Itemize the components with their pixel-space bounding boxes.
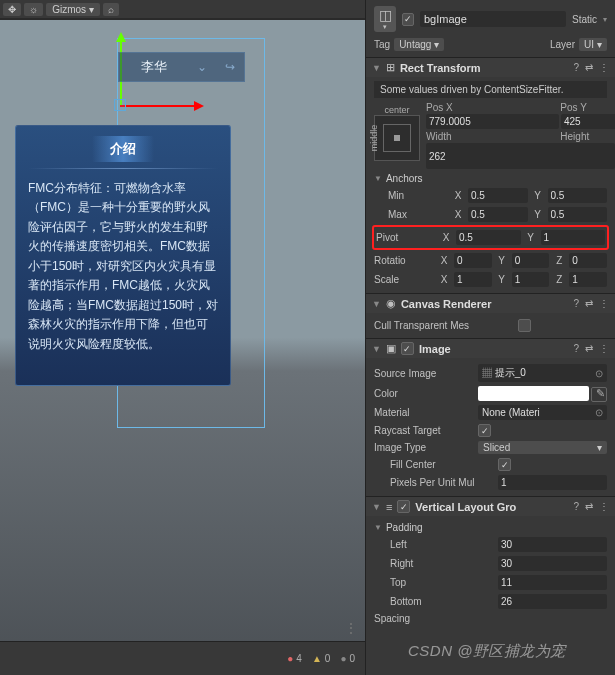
menu-icon[interactable]: ⋮ — [599, 343, 609, 354]
x-axis-handle[interactable] — [120, 105, 196, 107]
foldout-arrow-icon[interactable]: ▼ — [372, 299, 381, 309]
posy-label: Pos Y — [560, 102, 615, 114]
info-card: 介绍 FMC分布特征：可燃物含水率（FMC）是一种十分重要的野火风险评估因子，它… — [15, 125, 231, 386]
posy-input[interactable] — [561, 114, 615, 129]
player-name-text: 李华 — [119, 58, 188, 76]
raycast-target-label: Raycast Target — [374, 425, 474, 436]
raycast-target-checkbox[interactable] — [478, 424, 491, 437]
light-toggle-icon[interactable]: ☼ — [24, 3, 43, 16]
preset-icon[interactable]: ⇄ — [585, 62, 593, 73]
component-title: Vertical Layout Gro — [415, 501, 568, 513]
vlg-enabled-checkbox[interactable] — [397, 500, 410, 513]
padding-right-label: Right — [374, 558, 494, 569]
anchor-preset-button[interactable]: center middle — [374, 115, 420, 161]
padding-bottom-input[interactable] — [498, 594, 607, 609]
padding-foldout[interactable]: ▼Padding — [374, 520, 607, 535]
posx-input[interactable] — [426, 114, 559, 129]
object-picker-icon[interactable]: ⊙ — [595, 368, 603, 379]
cull-transparent-checkbox[interactable] — [518, 319, 531, 332]
preset-icon[interactable]: ⇄ — [585, 343, 593, 354]
tag-dropdown[interactable]: Untagg▾ — [394, 38, 444, 51]
color-label: Color — [374, 388, 474, 399]
image-component: ▼ ▣ Image ?⇄⋮ Source Image ▦ 提示_0⊙ Color… — [366, 338, 615, 496]
padding-right-input[interactable] — [498, 556, 607, 571]
layer-dropdown[interactable]: UI▾ — [579, 38, 607, 51]
image-enabled-checkbox[interactable] — [401, 342, 414, 355]
preset-icon[interactable]: ⇄ — [585, 298, 593, 309]
panel-drag-handle-icon[interactable]: ⋮ — [344, 620, 358, 636]
fill-center-label: Fill Center — [374, 459, 494, 470]
search-icon[interactable]: ⌕ — [103, 3, 119, 16]
active-checkbox[interactable] — [402, 13, 414, 26]
source-image-field[interactable]: ▦ 提示_0⊙ — [478, 364, 607, 382]
ppu-input[interactable] — [498, 475, 607, 490]
scale-y-input[interactable] — [512, 272, 550, 287]
anchor-max-y-input[interactable] — [548, 207, 608, 222]
menu-icon[interactable]: ⋮ — [599, 62, 609, 73]
material-label: Material — [374, 407, 474, 418]
padding-left-label: Left — [374, 539, 494, 550]
watermark-text: CSDN @野区捕龙为宠 — [408, 642, 566, 661]
preset-icon[interactable]: ⇄ — [585, 501, 593, 512]
scene-viewport: ✥ ☼ Gizmos▾ ⌕ 李华 ⌄ ↪ 介绍 FMC分布特征：可燃物含水率（F… — [0, 0, 365, 675]
canvas-renderer-icon: ◉ — [386, 297, 396, 310]
rotation-x-input[interactable] — [454, 253, 492, 268]
foldout-arrow-icon[interactable]: ▼ — [372, 63, 381, 73]
width-label: Width — [426, 131, 560, 143]
help-icon[interactable]: ? — [573, 298, 579, 309]
console-status-bar: ●4 ▲0 ●0 — [0, 641, 365, 675]
material-field[interactable]: None (Materi⊙ — [478, 405, 607, 420]
padding-bottom-label: Bottom — [374, 596, 494, 607]
image-icon: ▣ — [386, 342, 396, 355]
help-icon[interactable]: ? — [573, 501, 579, 512]
error-count[interactable]: ●4 — [287, 653, 302, 664]
static-dropdown-icon[interactable]: ▾ — [603, 15, 607, 24]
padding-left-input[interactable] — [498, 537, 607, 552]
exit-icon[interactable]: ↪ — [216, 60, 244, 74]
pivot-y-input[interactable] — [541, 230, 606, 245]
vertical-layout-component: ▼ ≡ Vertical Layout Gro ?⇄⋮ ▼Padding Lef… — [366, 496, 615, 630]
object-picker-icon[interactable]: ⊙ — [595, 407, 603, 418]
foldout-arrow-icon[interactable]: ▼ — [372, 502, 381, 512]
padding-top-input[interactable] — [498, 575, 607, 590]
move-tool-icon[interactable]: ✥ — [3, 3, 21, 16]
image-type-dropdown[interactable]: Sliced▾ — [478, 441, 607, 454]
info-count[interactable]: ●0 — [340, 653, 355, 664]
anchor-max-label: Max — [388, 209, 448, 220]
scale-label: Scale — [374, 274, 434, 285]
pivot-x-input[interactable] — [456, 230, 521, 245]
anchor-max-x-input[interactable] — [468, 207, 528, 222]
menu-icon[interactable]: ⋮ — [599, 298, 609, 309]
source-image-label: Source Image — [374, 368, 474, 379]
foldout-arrow-icon[interactable]: ▼ — [372, 344, 381, 354]
pivot-handle[interactable] — [114, 99, 126, 111]
menu-icon[interactable]: ⋮ — [599, 501, 609, 512]
rect-transform-component: ▼ ⊞ Rect Transform ? ⇄ ⋮ Some values dri… — [366, 57, 615, 293]
fill-center-checkbox[interactable] — [498, 458, 511, 471]
pivot-highlight-box: Pivot X Y — [372, 225, 609, 250]
driven-warning: Some values driven by ContentSizeFitter. — [374, 81, 607, 98]
anchor-min-y-input[interactable] — [548, 188, 608, 203]
width-input[interactable] — [426, 143, 615, 169]
gameobject-icon[interactable]: ◫▾ — [374, 6, 396, 32]
padding-top-label: Top — [374, 577, 494, 588]
layout-icon: ≡ — [386, 501, 392, 513]
help-icon[interactable]: ? — [573, 62, 579, 73]
height-label: Height — [560, 131, 615, 143]
dropdown-chevron-icon[interactable]: ⌄ — [188, 60, 216, 74]
anchor-min-x-input[interactable] — [468, 188, 528, 203]
scale-z-input[interactable] — [569, 272, 607, 287]
rect-transform-icon: ⊞ — [386, 61, 395, 74]
help-icon[interactable]: ? — [573, 343, 579, 354]
rotation-z-input[interactable] — [569, 253, 607, 268]
anchor-min-label: Min — [388, 190, 448, 201]
rotation-y-input[interactable] — [512, 253, 550, 268]
scene-toolbar: ✥ ☼ Gizmos▾ ⌕ — [0, 0, 365, 18]
gizmos-dropdown[interactable]: Gizmos▾ — [46, 3, 100, 16]
gameobject-name-input[interactable] — [420, 11, 566, 27]
scale-x-input[interactable] — [454, 272, 492, 287]
anchors-foldout[interactable]: ▼Anchors — [374, 171, 607, 186]
posx-label: Pos X — [426, 102, 560, 114]
color-field[interactable] — [478, 386, 589, 401]
warning-count[interactable]: ▲0 — [312, 653, 330, 664]
